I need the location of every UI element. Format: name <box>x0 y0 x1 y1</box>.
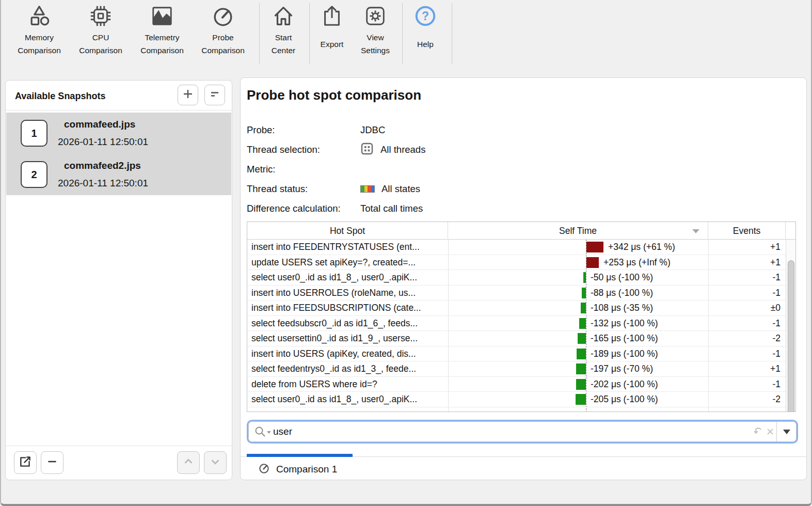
selftime-cell: -205 μs (-100 %) <box>448 392 708 407</box>
diff-bar <box>576 363 586 374</box>
selftime-cell: -202 μs (-100 %) <box>448 377 708 392</box>
hotspot-cell: select usersettin0_.id as id1_9_, userse… <box>247 331 448 346</box>
clear-search-icon[interactable] <box>766 427 775 438</box>
meta-value-probe: JDBC <box>360 124 385 136</box>
threads-grid-icon <box>360 142 374 158</box>
column-header-self-time[interactable]: Self Time <box>448 222 708 240</box>
selftime-cell: +253 μs (+Inf %) <box>448 255 708 270</box>
table-row[interactable]: insert into FEEDSUBSCRIPTIONS (cate... -… <box>247 301 795 316</box>
toolbar-label: Export <box>321 38 344 51</box>
toolbar-button-cpu-comparison[interactable]: CPUComparison <box>72 0 129 67</box>
move-snapshot-down-button[interactable] <box>204 451 227 474</box>
table-row[interactable]: select feedsubscr0_.id as id1_6_, feeds.… <box>247 316 795 331</box>
meta-value-thread-selection: All threads <box>380 144 425 155</box>
toolbar-label: Comparison <box>140 44 184 57</box>
table-row[interactable]: select usersettin0_.id as id1_9_, userse… <box>247 331 795 346</box>
column-header-hot-spot[interactable]: Hot Spot <box>247 222 448 240</box>
toolbar-label: Comparison <box>79 44 122 57</box>
meta-label-difference-calculation: Difference calculation: <box>247 203 360 214</box>
add-snapshot-button[interactable] <box>178 85 198 105</box>
toolbar-button-export[interactable]: Export <box>312 0 352 67</box>
hotspot-cell: select user0_.id as id1_8_, user0_.apiK.… <box>247 392 448 407</box>
plus-icon <box>182 88 194 102</box>
diff-bar <box>582 288 586 298</box>
toolbar-separator <box>452 3 452 64</box>
thread-states-icon <box>360 185 375 193</box>
diff-bar <box>578 333 586 344</box>
snapshot-name: commafeed2.jps <box>64 160 141 171</box>
toolbar-button-probe-comparison[interactable]: ProbeComparison <box>195 0 251 67</box>
minus-icon <box>45 455 59 470</box>
table-row[interactable]: delete from USERS where id=? -202 μs (-1… <box>247 377 795 392</box>
tab-comparison-1[interactable]: Comparison 1 <box>258 462 337 477</box>
selftime-value: -108 μs (-35 %) <box>591 301 653 316</box>
chevron-up-icon <box>182 455 195 470</box>
toolbar-label: View <box>367 31 384 44</box>
hotspot-cell: insert into FEEDENTRYSTATUSES (ent... <box>247 240 448 255</box>
search-input[interactable] <box>273 422 727 441</box>
toolbar-button-telemetry-comparison[interactable]: TelemetryComparison <box>134 0 190 67</box>
chevron-down-icon <box>209 455 222 470</box>
hot-spot-table: Hot Spot Self Time Events insert into FE… <box>247 222 796 412</box>
table-row[interactable]: insert into USERROLES (roleName, us... -… <box>247 286 795 301</box>
snapshot-list-item[interactable]: 1 commafeed.jps 2026-01-11 12:50:01 <box>6 113 231 154</box>
table-row[interactable]: select user0_.id as id1_8_, user0_.apiK.… <box>247 270 795 286</box>
svg-text:?: ? <box>422 9 429 23</box>
hotspot-cell: delete from USERS where id=? <box>247 377 448 392</box>
sort-lines-icon <box>209 88 221 102</box>
selftime-value: -88 μs (-100 %) <box>591 286 653 301</box>
selftime-cell: -197 μs (-70 %) <box>448 361 708 376</box>
table-row[interactable]: insert into FEEDENTRYSTATUSES (ent... +3… <box>247 240 795 255</box>
diff-bar <box>576 394 586 405</box>
sort-snapshots-button[interactable] <box>204 85 225 105</box>
search-icon[interactable] <box>254 425 267 441</box>
toolbar-button-help[interactable]: ? Help <box>407 0 444 67</box>
toolbar-label: Telemetry <box>145 31 179 44</box>
toolbar-button-start-center[interactable]: StartCenter <box>260 0 307 67</box>
diff-bar <box>577 349 586 359</box>
selftime-value: -189 μs (-100 %) <box>591 346 658 362</box>
toolbar-button-memory-comparison[interactable]: MemoryComparison <box>11 0 68 67</box>
table-row[interactable]: select feedentrys0_.id as id1_3_, feede.… <box>247 361 795 377</box>
active-tab-indicator <box>247 454 353 457</box>
snapshot-index-badge: 2 <box>21 161 47 188</box>
wrap-search-icon[interactable] <box>752 426 763 439</box>
hotspot-cell: select feedsubscr0_.id as id1_6_, feeds.… <box>247 316 448 331</box>
table-row[interactable]: insert into USERS (apiKey, created, dis.… <box>247 346 795 362</box>
diff-bar <box>579 318 586 329</box>
diff-bar <box>576 379 586 390</box>
toolbar-button-view-settings[interactable]: ViewSettings <box>353 0 397 67</box>
search-dropdown-button[interactable] <box>777 421 797 442</box>
selftime-value: -50 μs (-100 %) <box>591 270 653 286</box>
toolbar-label: Probe <box>212 31 233 44</box>
open-snapshot-button[interactable] <box>14 451 37 474</box>
export-icon <box>320 0 344 28</box>
selftime-value: -165 μs (-100 %) <box>591 331 658 346</box>
toolbar-separator <box>402 3 403 64</box>
move-snapshot-up-button[interactable] <box>177 451 200 474</box>
snapshot-name: commafeed.jps <box>64 119 135 130</box>
selftime-cell: -50 μs (-100 %) <box>448 270 708 285</box>
probe-comparison-icon <box>211 0 235 28</box>
selftime-cell: -165 μs (-100 %) <box>448 331 708 346</box>
snapshots-panel-title: Available Snapshots <box>15 91 105 102</box>
meta-value-thread-status: All states <box>381 183 420 195</box>
table-row[interactable]: update USERS set apiKey=?, created=... +… <box>247 255 795 271</box>
cpu-comparison-icon <box>89 0 113 28</box>
events-cell: +1 <box>708 240 786 255</box>
remove-snapshot-button[interactable] <box>41 451 63 474</box>
toolbar-label: Settings <box>361 44 390 57</box>
hotspot-cell: insert into USERS (apiKey, created, dis.… <box>247 346 448 361</box>
column-header-events[interactable]: Events <box>708 222 786 240</box>
column-header-label: Self Time <box>559 226 597 236</box>
selftime-value: -205 μs (-100 %) <box>591 392 658 407</box>
toolbar-separator <box>309 3 310 64</box>
start-center-icon <box>272 0 295 28</box>
search-options-caret-icon[interactable] <box>267 431 271 434</box>
chevron-down-icon <box>783 430 790 434</box>
snapshot-timestamp: 2026-01-11 12:50:01 <box>58 178 148 189</box>
scrollbar-thumb[interactable] <box>788 260 794 412</box>
table-row[interactable]: select user0_.id as id1_8_, user0_.apiK.… <box>247 392 795 407</box>
snapshot-list-item[interactable]: 2 commafeed2.jps 2026-01-11 12:50:01 <box>6 154 231 195</box>
selftime-value: -197 μs (-70 %) <box>591 361 653 377</box>
